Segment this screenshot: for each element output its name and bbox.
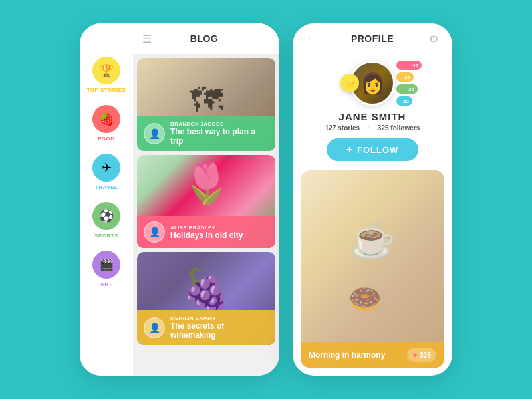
card-text-3: MERILIN SAMMY The secrets of winemaking [170,315,269,340]
card-overlay-1: 👤 BRANDON JACOBS The best way to plan a … [137,116,275,151]
featured-story-card[interactable]: Morning in harmony ♥ 325 [301,170,444,368]
back-button[interactable]: ← [302,29,321,48]
menu-icon[interactable]: ☰ [142,33,152,45]
profile-phone: ← PROFILE ⚙ ⭐ 👩 45 25 35 [293,23,452,376]
profile-name: JANE SMITH [339,111,406,122]
blog-phone: 🏆 TOP STORIES 🍓 FOOD ✈ TRAVEL ⚽ SPORTS 🎬… [80,23,279,376]
stat-bar-3: 35 [396,84,418,94]
phones-container: 🏆 TOP STORIES 🍓 FOOD ✈ TRAVEL ⚽ SPORTS 🎬… [80,23,452,376]
story-overlay: Morning in harmony ♥ 325 [301,342,444,368]
stat-value-1: 45 [412,63,418,68]
avatar-container: ⭐ 👩 45 25 35 22 [350,61,395,106]
profile-card-section: Morning in harmony ♥ 325 [293,170,452,376]
top-stories-icon: 🏆 [92,57,120,84]
stat-bar-2: 25 [396,72,414,82]
card-overlay-2: 👤 ALISE BRADLEY Holidays in old city [137,216,275,248]
profile-title: PROFILE [351,33,394,44]
blog-main: ☰ BLOG 👤 BRANDON JACOBS The best way to … [133,23,279,376]
sidebar-item-art[interactable]: 🎬 ART [92,251,120,287]
follow-plus-icon: + [346,144,353,156]
blog-card-3[interactable]: 👤 MERILIN SAMMY The secrets of winemakin… [137,252,275,345]
card-author-2: ALISE BRADLEY [170,225,243,231]
sidebar-item-top-stories[interactable]: 🏆 TOP STORIES [87,57,126,93]
food-icon: 🍓 [92,105,120,133]
author-avatar-2: 👤 [144,221,165,243]
stat-value-4: 22 [403,98,409,104]
blog-title: BLOG [190,33,218,44]
card-text-2: ALISE BRADLEY Holidays in old city [170,225,243,240]
sidebar-label-art: ART [100,281,112,287]
blog-card-1[interactable]: 👤 BRANDON JACOBS The best way to plan a … [137,58,275,151]
art-icon: 🎬 [92,251,120,279]
story-likes: ♥ 325 [407,348,436,362]
card-text-1: BRANDON JACOBS The best way to plan a tr… [170,121,269,146]
followers-count: 325 followers [378,124,420,132]
story-title: Morning in harmony [309,350,385,360]
card-title-2: Holidays in old city [170,231,243,240]
heart-icon: ♥ [412,350,417,360]
likes-count: 325 [420,352,431,359]
stats-bars: 45 25 35 22 [396,61,422,106]
settings-button[interactable]: ⚙ [424,29,443,48]
card-overlay-3: 👤 MERILIN SAMMY The secrets of winemakin… [137,310,275,345]
sidebar-label-top-stories: TOP STORIES [87,87,126,93]
sidebar-label-sports: SPORTS [94,233,118,239]
author-avatar-1: 👤 [144,123,165,144]
profile-header: ← PROFILE ⚙ [293,23,452,54]
sidebar-label-food: FOOD [98,136,114,142]
travel-icon: ✈ [92,154,120,182]
stat-bar-4: 22 [396,96,412,106]
sidebar-item-sports[interactable]: ⚽ SPORTS [92,202,120,239]
sidebar-item-travel[interactable]: ✈ TRAVEL [92,154,120,190]
card-author-3: MERILIN SAMMY [170,315,269,321]
blog-sidebar: 🏆 TOP STORIES 🍓 FOOD ✈ TRAVEL ⚽ SPORTS 🎬… [80,23,133,376]
story-image [301,170,444,368]
stories-count: 127 stories [325,124,360,132]
card-title-1: The best way to plan a trip [170,127,269,146]
sidebar-label-travel: TRAVEL [95,184,118,190]
follow-label: FOLLOW [357,145,398,155]
blog-cards-list: 👤 BRANDON JACOBS The best way to plan a … [133,54,279,376]
stat-value-2: 25 [404,74,410,80]
card-author-1: BRANDON JACOBS [170,121,269,127]
follow-button[interactable]: + FOLLOW [327,138,419,161]
author-avatar-3: 👤 [144,317,165,338]
blog-card-2[interactable]: 👤 ALISE BRADLEY Holidays in old city [137,155,275,248]
stat-bar-1: 45 [396,61,422,70]
meta-divider: • [368,124,370,132]
blog-header: ☰ BLOG [133,23,279,54]
profile-meta: 127 stories • 325 followers [325,124,420,132]
card-title-3: The secrets of winemaking [170,321,269,340]
settings-icon: ⚙ [429,33,438,45]
stat-value-3: 35 [408,86,414,92]
level-badge: ⭐ [340,74,359,92]
sports-icon: ⚽ [92,202,120,230]
back-icon: ← [306,33,317,45]
profile-section: ⭐ 👩 45 25 35 22 JANE SM [293,54,452,170]
sidebar-item-food[interactable]: 🍓 FOOD [92,105,120,142]
